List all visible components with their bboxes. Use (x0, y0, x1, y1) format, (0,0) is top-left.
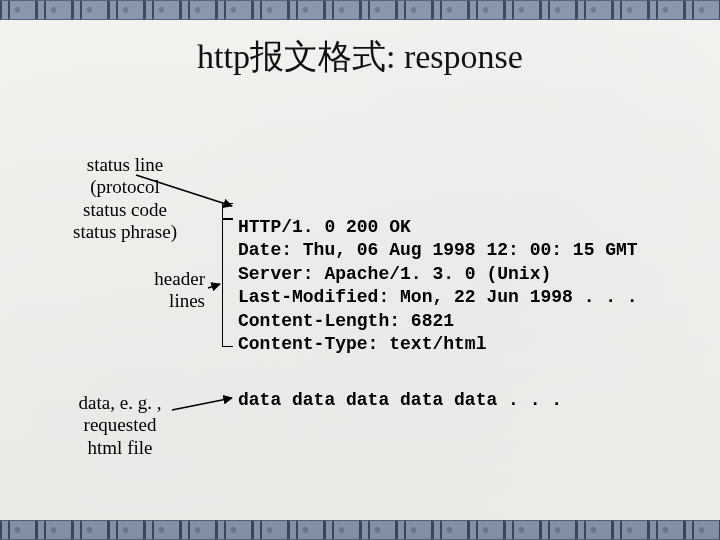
svg-line-2 (172, 398, 232, 410)
label-data: data, e. g. ,requestedhtml file (60, 392, 180, 459)
label-status-line: status line(protocolstatus codestatus ph… (55, 154, 195, 244)
header-line: Server: Apache/1. 3. 0 (Unix) (238, 264, 551, 284)
status-line-text: HTTP/1. 0 200 OK (238, 217, 411, 237)
slide-title: http报文格式: response (0, 34, 720, 80)
slide: http报文格式: response status line(protocols… (0, 0, 720, 540)
response-body-text: data data data data data . . . (238, 390, 562, 410)
label-header-lines: headerlines (115, 268, 205, 313)
header-line: Content-Length: 6821 (238, 311, 454, 331)
bracket-header-lines (222, 219, 233, 347)
header-line: Last-Modified: Mon, 22 Jun 1998 . . . (238, 287, 638, 307)
decorative-bottom-border (0, 520, 720, 540)
header-line: Date: Thu, 06 Aug 1998 12: 00: 15 GMT (238, 240, 638, 260)
bracket-status-line (222, 203, 233, 219)
header-line: Content-Type: text/html (238, 334, 486, 354)
decorative-top-border (0, 0, 720, 20)
svg-line-1 (208, 284, 220, 288)
http-response-block: HTTP/1. 0 200 OK Date: Thu, 06 Aug 1998 … (238, 216, 638, 356)
